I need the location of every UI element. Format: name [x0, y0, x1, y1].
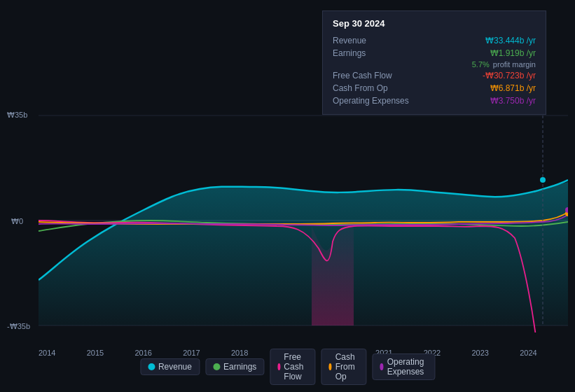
legend-dot-opex [380, 363, 383, 370]
legend-dot-fcf [277, 363, 280, 370]
legend-earnings[interactable]: Earnings [205, 358, 264, 375]
legend-dot-cashop [328, 363, 331, 370]
tooltip-row-revenue: Revenue ₩33.444b /yr [333, 34, 536, 47]
legend-label-earnings: Earnings [223, 362, 256, 372]
tooltip-label-cashop: Cash From Op [333, 83, 417, 93]
x-label-2023: 2023 [471, 349, 488, 357]
y-axis-top: ₩35b [7, 111, 27, 120]
tooltip-value-earnings: ₩1.919b /yr [490, 48, 536, 58]
legend-dot-earnings [213, 363, 220, 370]
tooltip-label-opex: Operating Expenses [333, 96, 417, 106]
tooltip-label-earnings: Earnings [333, 48, 417, 58]
data-tooltip: Sep 30 2024 Revenue ₩33.444b /yr Earning… [322, 10, 546, 115]
x-label-2015: 2015 [87, 349, 104, 357]
x-label-2014: 2014 [39, 349, 55, 357]
legend-revenue[interactable]: Revenue [140, 358, 200, 375]
y-axis-bot: -₩35b [7, 322, 30, 331]
tooltip-value-fcf: -₩30.723b /yr [483, 71, 536, 80]
profit-margin-row: 5.7% profit margin [333, 59, 536, 69]
tooltip-value-revenue: ₩33.444b /yr [485, 36, 536, 46]
legend-label-revenue: Revenue [158, 362, 192, 372]
legend-opex[interactable]: Operating Expenses [372, 354, 435, 380]
x-label-2024: 2024 [520, 349, 536, 357]
legend-label-cashop: Cash From Op [335, 352, 359, 382]
tooltip-row-fcf: Free Cash Flow -₩30.723b /yr [333, 69, 536, 82]
revenue-dot [540, 177, 546, 183]
tooltip-value-opex: ₩3.750b /yr [490, 96, 536, 106]
legend-cashop[interactable]: Cash From Op [321, 349, 366, 385]
chart-legend: Revenue Earnings Free Cash Flow Cash Fro… [140, 349, 435, 385]
y-axis-mid: ₩0 [11, 217, 23, 226]
revenue-area-fill [39, 182, 568, 326]
chart-svg [39, 108, 568, 332]
legend-dot-revenue [148, 363, 155, 370]
tooltip-row-cashop: Cash From Op ₩6.871b /yr [333, 82, 536, 94]
legend-fcf[interactable]: Free Cash Flow [270, 349, 315, 385]
legend-label-opex: Operating Expenses [387, 357, 427, 377]
tooltip-row-opex: Operating Expenses ₩3.750b /yr [333, 94, 536, 107]
profit-margin-label: profit margin [491, 60, 536, 69]
profit-margin-badge: 5.7% [472, 60, 490, 69]
tooltip-label-revenue: Revenue [333, 36, 417, 46]
tooltip-row-earnings: Earnings ₩1.919b /yr [333, 47, 536, 59]
tooltip-label-fcf: Free Cash Flow [333, 71, 417, 80]
legend-label-fcf: Free Cash Flow [284, 352, 307, 382]
tooltip-date: Sep 30 2024 [333, 18, 536, 29]
tooltip-value-cashop: ₩6.871b /yr [490, 83, 536, 93]
